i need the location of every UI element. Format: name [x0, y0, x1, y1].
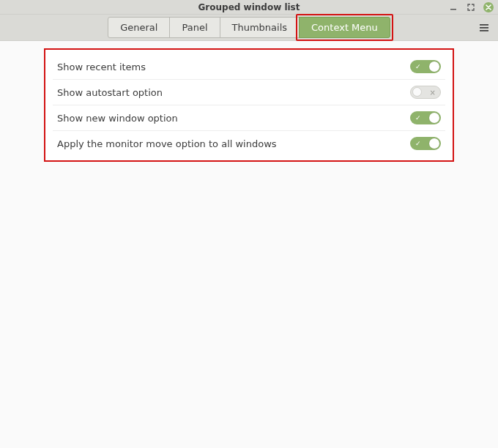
- tab-thumbnails[interactable]: Thumbnails: [220, 17, 300, 38]
- settings-row-label: Show new window option: [57, 113, 178, 124]
- tab-bar: General Panel Thumbnails Context Menu: [108, 17, 390, 38]
- x-icon: ×: [430, 89, 436, 97]
- minimize-button[interactable]: [448, 2, 458, 12]
- toggle-switch[interactable]: ×: [410, 86, 441, 99]
- toolbar: General Panel Thumbnails Context Menu: [0, 15, 498, 41]
- settings-row: Show recent items✓: [53, 54, 445, 80]
- close-button[interactable]: [483, 2, 494, 12]
- maximize-button[interactable]: [466, 2, 476, 12]
- settings-row: Show autostart option×: [53, 80, 445, 105]
- svg-rect-3: [480, 30, 488, 31]
- window-controls: [448, 0, 494, 15]
- check-icon: ✓: [415, 114, 421, 122]
- toggle-knob: [412, 87, 422, 97]
- window-title: Grouped window list: [198, 2, 300, 12]
- svg-rect-0: [450, 9, 456, 10]
- tab-context-menu[interactable]: Context Menu: [299, 17, 390, 38]
- toggle-knob: [429, 138, 439, 149]
- check-icon: ✓: [415, 63, 421, 70]
- toggle-knob: [429, 61, 439, 72]
- hamburger-icon: [479, 23, 489, 32]
- settings-panel: Show recent items✓Show autostart option×…: [44, 48, 454, 162]
- titlebar: Grouped window list: [0, 0, 498, 15]
- content-area: Show recent items✓Show autostart option×…: [0, 41, 498, 162]
- menu-button[interactable]: [479, 15, 489, 41]
- toggle-switch[interactable]: ✓: [410, 111, 441, 124]
- svg-rect-2: [480, 27, 488, 29]
- settings-row-label: Show autostart option: [57, 87, 163, 98]
- toggle-knob: [429, 113, 439, 123]
- settings-row-label: Apply the monitor move option to all win…: [57, 138, 277, 149]
- settings-row-label: Show recent items: [57, 61, 146, 72]
- tab-panel[interactable]: Panel: [169, 17, 220, 38]
- settings-row: Show new window option✓: [53, 105, 445, 131]
- check-icon: ✓: [415, 140, 421, 147]
- settings-row: Apply the monitor move option to all win…: [53, 131, 445, 156]
- settings-list: Show recent items✓Show autostart option×…: [45, 50, 453, 160]
- tab-general[interactable]: General: [108, 17, 170, 38]
- toggle-switch[interactable]: ✓: [410, 60, 441, 73]
- svg-rect-1: [480, 24, 488, 26]
- toggle-switch[interactable]: ✓: [410, 137, 441, 150]
